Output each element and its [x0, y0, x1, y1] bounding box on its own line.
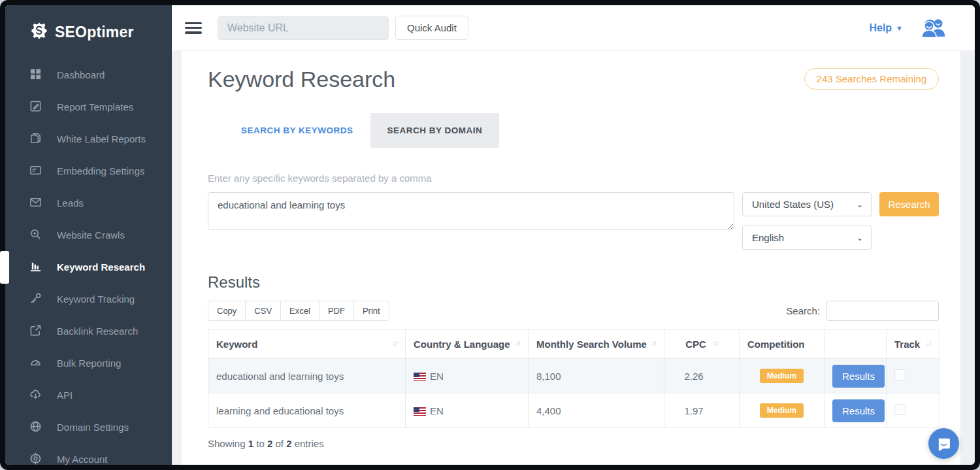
- country-language-cell: EN: [406, 359, 529, 394]
- sort-icon: ↓↑: [392, 339, 397, 350]
- seoptimer-logo[interactable]: SEOptimer: [5, 5, 172, 55]
- gear-icon: [29, 452, 42, 465]
- keywords-input-label: Enter any specific keywords separated by…: [208, 173, 939, 184]
- print-button[interactable]: Print: [353, 301, 389, 321]
- dashboard-icon: [29, 68, 42, 82]
- research-button[interactable]: Research: [879, 192, 939, 216]
- users-icon[interactable]: [920, 18, 947, 39]
- col-header-actions: [825, 330, 887, 359]
- sidebar-item-leads[interactable]: Leads: [5, 187, 172, 219]
- bar-chart-icon: [29, 260, 42, 275]
- tab-search-by-domain[interactable]: SEARCH BY DOMAIN: [370, 113, 500, 148]
- tab-search-by-keywords[interactable]: SEARCH BY KEYWORDS: [224, 113, 370, 148]
- sidebar-item-bulk-reporting[interactable]: Bulk Reporting: [5, 347, 172, 379]
- chevron-down-icon: ⌄: [857, 233, 863, 243]
- competition-cell: Medium: [740, 359, 825, 394]
- copy-button[interactable]: Copy: [208, 301, 246, 321]
- country-language-cell: EN: [406, 394, 529, 428]
- competition-badge: Medium: [760, 403, 804, 418]
- sidebar-item-embedding-settings[interactable]: Embedding Settings: [5, 155, 172, 187]
- col-header-keyword[interactable]: Keyword↓↑: [208, 330, 406, 359]
- sidebar-item-label: Domain Settings: [57, 422, 129, 433]
- magnifier-icon: [29, 228, 42, 243]
- sidebar-item-api[interactable]: API: [5, 379, 172, 411]
- sidebar-item-my-account[interactable]: My Account: [5, 443, 172, 465]
- help-label: Help: [869, 22, 892, 34]
- external-link-icon: [29, 324, 42, 339]
- track-checkbox[interactable]: [894, 404, 906, 415]
- active-nav-indicator: [0, 251, 9, 284]
- sidebar-item-label: API: [57, 390, 73, 401]
- sidebar-item-label: My Account: [57, 454, 108, 465]
- monthly-volume-cell: 4,400: [529, 394, 664, 428]
- table-row: learning and educational toys EN 4,400 1…: [208, 394, 939, 428]
- sidebar-item-white-label-reports[interactable]: White Label Reports: [5, 123, 172, 155]
- results-button[interactable]: Results: [832, 365, 885, 388]
- logo-text: SEOptimer: [55, 24, 134, 41]
- sidebar-item-keyword-research[interactable]: Keyword Research: [5, 251, 172, 283]
- content-card: Keyword Research 243 Searches Remaining …: [182, 51, 960, 465]
- sort-icon: ↓↑: [515, 339, 520, 350]
- website-url-input[interactable]: [218, 16, 389, 40]
- col-header-country-language[interactable]: Country & Language↓↑: [406, 330, 529, 359]
- pdf-button[interactable]: PDF: [319, 301, 354, 321]
- col-header-track[interactable]: Track↓↑: [887, 330, 939, 359]
- hamburger-menu-icon[interactable]: [185, 22, 202, 34]
- page-title: Keyword Research: [208, 67, 395, 92]
- gear-logo-icon: [29, 21, 49, 43]
- sidebar-item-label: Keyword Tracking: [57, 294, 135, 305]
- col-header-competition[interactable]: Competition: [740, 330, 825, 359]
- sidebar-item-website-crawls[interactable]: Website Crawls: [5, 219, 172, 251]
- table-search-input[interactable]: [826, 301, 939, 321]
- sidebar-item-label: Report Templates: [57, 101, 133, 112]
- export-button-group: Copy CSV Excel PDF Print: [208, 301, 389, 321]
- keywords-textarea[interactable]: educational and learning toys: [208, 192, 734, 230]
- sort-icon: ↓↑: [926, 339, 931, 350]
- sidebar-item-label: Embedding Settings: [57, 165, 144, 176]
- excel-button[interactable]: Excel: [280, 301, 319, 321]
- monthly-volume-cell: 8,100: [529, 359, 664, 394]
- table-search-label: Search:: [786, 305, 820, 316]
- country-select-value: United States (US): [752, 199, 834, 210]
- sidebar-item-report-templates[interactable]: Report Templates: [5, 91, 172, 123]
- sidebar-item-domain-settings[interactable]: Domain Settings: [5, 411, 172, 443]
- col-header-cpc[interactable]: CPC↓↑: [664, 330, 740, 359]
- sidebar-item-label: Keyword Research: [57, 261, 145, 273]
- competition-cell: Medium: [740, 394, 825, 428]
- quick-audit-button[interactable]: Quick Audit: [395, 16, 468, 40]
- col-header-monthly-search-volume[interactable]: Monthly Search Volume↓↑: [529, 330, 664, 359]
- sidebar-item-label: Website Crawls: [57, 229, 125, 241]
- topbar: Quick Audit Help ▼: [172, 5, 975, 51]
- keyword-cell: educational and learning toys: [208, 359, 406, 394]
- app-frame: SEOptimer Dashboard Report Templates Whi…: [0, 0, 980, 470]
- envelope-icon: [29, 196, 42, 210]
- search-mode-tabs: SEARCH BY KEYWORDS SEARCH BY DOMAIN: [224, 113, 939, 148]
- sidebar-item-label: Bulk Reporting: [57, 358, 121, 369]
- results-table: Keyword↓↑ Country & Language↓↑ Monthly S…: [208, 329, 939, 428]
- csv-button[interactable]: CSV: [245, 301, 281, 321]
- sort-icon: ↓↑: [651, 339, 656, 350]
- us-flag-icon: [414, 373, 426, 381]
- embed-icon: [29, 164, 42, 178]
- results-button[interactable]: Results: [832, 399, 885, 422]
- pages-icon: [29, 132, 42, 146]
- sidebar-item-label: Dashboard: [57, 69, 105, 80]
- competition-badge: Medium: [760, 369, 804, 383]
- chevron-down-icon: ⌄: [857, 200, 863, 209]
- sidebar-item-dashboard[interactable]: Dashboard: [5, 59, 172, 91]
- sort-icon: ↓↑: [713, 339, 718, 350]
- cpc-cell: 1.97: [664, 394, 740, 428]
- globe-icon: [29, 420, 42, 435]
- sidebar-item-backlink-research[interactable]: Backlink Research: [5, 315, 172, 347]
- help-dropdown[interactable]: Help ▼: [869, 22, 903, 34]
- us-flag-icon: [414, 407, 426, 416]
- edit-icon: [29, 100, 42, 114]
- track-checkbox[interactable]: [894, 369, 906, 380]
- keyword-cell: learning and educational toys: [208, 394, 406, 428]
- chat-launcher-button[interactable]: [928, 428, 959, 459]
- language-select[interactable]: English ⌄: [742, 226, 872, 250]
- cpc-cell: 2.26: [664, 359, 740, 394]
- sidebar-item-keyword-tracking[interactable]: Keyword Tracking: [5, 283, 172, 315]
- country-select[interactable]: United States (US) ⌄: [742, 192, 872, 216]
- searches-remaining-badge: 243 Searches Remaining: [804, 68, 939, 90]
